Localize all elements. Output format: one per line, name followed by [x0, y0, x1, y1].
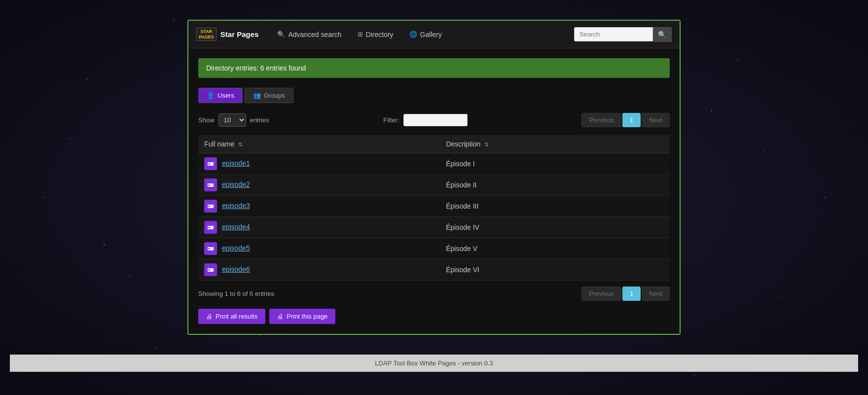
- alert-text: Directory entries: 6 entries found: [206, 64, 306, 72]
- prev-button-top[interactable]: Previous: [581, 113, 621, 127]
- row-name-link[interactable]: episode1: [222, 159, 250, 167]
- cell-description: Épisode III: [440, 196, 670, 217]
- svg-rect-5: [208, 184, 210, 186]
- filter-input[interactable]: [403, 114, 468, 126]
- cell-name: episode2: [198, 175, 440, 196]
- cell-description: Épisode II: [440, 175, 670, 196]
- table-row: episode5 Épisode V: [198, 238, 670, 259]
- pagination-top: Previous 1 Next: [581, 113, 670, 127]
- row-name-link[interactable]: episode3: [222, 202, 250, 210]
- row-name-link[interactable]: episode2: [222, 180, 250, 188]
- brand-logo: STAR PAGES: [196, 28, 217, 41]
- alert-banner: Directory entries: 6 entries found: [198, 58, 670, 78]
- row-icon: [204, 179, 217, 191]
- groups-icon: 👥: [253, 92, 261, 99]
- table-row: episode4 Épisode IV: [198, 217, 670, 238]
- svg-rect-1: [208, 161, 214, 162]
- row-icon: [204, 157, 217, 170]
- print-all-button[interactable]: 🖨 Print all results: [198, 309, 265, 324]
- svg-rect-4: [208, 182, 214, 183]
- filter-label: Filter:: [383, 116, 399, 124]
- user-icon: 👤: [207, 92, 215, 99]
- grid-icon: ⊞: [358, 31, 363, 38]
- nav-links: 🔍 Advanced search ⊞ Directory 🌐 Gallery: [270, 27, 574, 42]
- row-name-link[interactable]: episode6: [222, 265, 250, 273]
- search-button[interactable]: 🔍: [653, 27, 672, 42]
- table-row: episode2 Épisode II: [198, 175, 670, 196]
- print-row: 🖨 Print all results 🖨 Print this page: [198, 309, 670, 324]
- row-name-link[interactable]: episode5: [222, 244, 250, 252]
- pagination-bottom: Previous 1 Next: [581, 287, 670, 301]
- svg-rect-10: [208, 224, 214, 226]
- search-icon: 🔍: [277, 31, 285, 38]
- brand-link[interactable]: STAR PAGES Star Pages: [196, 28, 258, 41]
- sort-icon-description: ⇅: [484, 142, 489, 147]
- cell-description: Épisode IV: [440, 217, 670, 238]
- col-description-header[interactable]: Description ⇅: [440, 135, 670, 153]
- prev-button-bottom[interactable]: Previous: [581, 287, 621, 301]
- svg-rect-14: [208, 248, 210, 250]
- cell-name: episode5: [198, 238, 440, 259]
- entries-label: entries: [250, 116, 269, 124]
- col-fullname-header[interactable]: Full name ⇅: [198, 135, 440, 153]
- page-1-button-top[interactable]: 1: [622, 113, 641, 127]
- svg-rect-16: [208, 267, 214, 268]
- brand-name: Star Pages: [220, 30, 259, 38]
- next-button-top[interactable]: Next: [642, 113, 670, 127]
- cell-name: episode3: [198, 196, 440, 217]
- content-area: Directory entries: 6 entries found 👤 Use…: [188, 48, 680, 334]
- search-input[interactable]: [574, 27, 653, 41]
- table-row: episode6 Épisode VI: [198, 259, 670, 281]
- cell-name: episode6: [198, 259, 440, 281]
- row-icon: [204, 221, 217, 234]
- table-header-row: Full name ⇅ Description ⇅: [198, 135, 670, 153]
- navbar: STAR PAGES Star Pages 🔍 Advanced search …: [188, 21, 680, 48]
- row-name-link[interactable]: episode4: [222, 223, 250, 231]
- tab-users-label: Users: [217, 92, 234, 99]
- showing-text: Showing 1 to 6 of 6 entries: [198, 290, 274, 297]
- cell-name: episode4: [198, 217, 440, 238]
- svg-rect-7: [208, 203, 214, 205]
- row-icon: [204, 242, 217, 255]
- row-icon: [204, 263, 217, 276]
- tab-bar: 👤 Users 👥 Groups: [198, 88, 670, 103]
- advanced-search-link[interactable]: 🔍 Advanced search: [270, 27, 348, 42]
- globe-icon: 🌐: [409, 31, 417, 38]
- cell-name: episode1: [198, 153, 440, 175]
- cell-description: Épisode I: [440, 153, 670, 175]
- entries-select[interactable]: 10 25 50 100: [218, 113, 246, 127]
- print-page-button[interactable]: 🖨 Print this page: [269, 309, 335, 324]
- next-button-bottom[interactable]: Next: [642, 287, 670, 301]
- controls-row-top: Show 10 25 50 100 entries Filter: Previo: [198, 113, 670, 127]
- footer-text: LDAP Tool Box White Pages - version 0.3: [375, 359, 493, 367]
- table-body: episode1 Épisode I episode2 Épisode II e…: [198, 153, 670, 281]
- svg-rect-8: [208, 206, 210, 207]
- svg-rect-2: [208, 163, 210, 165]
- tab-users[interactable]: 👤 Users: [198, 88, 243, 103]
- show-label: Show: [198, 116, 215, 124]
- search-form: 🔍: [574, 27, 672, 42]
- table-row: episode1 Épisode I: [198, 153, 670, 175]
- cell-description: Épisode VI: [440, 259, 670, 281]
- table-row: episode3 Épisode III: [198, 196, 670, 217]
- show-controls: Show 10 25 50 100 entries: [198, 113, 269, 127]
- directory-link[interactable]: ⊞ Directory: [351, 27, 400, 42]
- svg-rect-17: [208, 269, 210, 271]
- cell-description: Épisode V: [440, 238, 670, 259]
- printer-page-icon: 🖨: [277, 313, 284, 320]
- row-icon: [204, 200, 217, 213]
- tab-groups[interactable]: 👥 Groups: [245, 88, 293, 103]
- filter-controls: Filter:: [383, 114, 468, 126]
- data-table: Full name ⇅ Description ⇅: [198, 135, 670, 281]
- gallery-link[interactable]: 🌐 Gallery: [402, 27, 449, 42]
- footer: LDAP Tool Box White Pages - version 0.3: [10, 355, 858, 372]
- svg-rect-13: [208, 246, 214, 247]
- sort-icon-fullname: ⇅: [238, 142, 243, 147]
- svg-rect-11: [208, 227, 210, 228]
- printer-icon: 🖨: [206, 313, 213, 320]
- bottom-row: Showing 1 to 6 of 6 entries Previous 1 N…: [198, 287, 670, 301]
- page-1-button-bottom[interactable]: 1: [622, 287, 641, 301]
- tab-groups-label: Groups: [264, 92, 285, 99]
